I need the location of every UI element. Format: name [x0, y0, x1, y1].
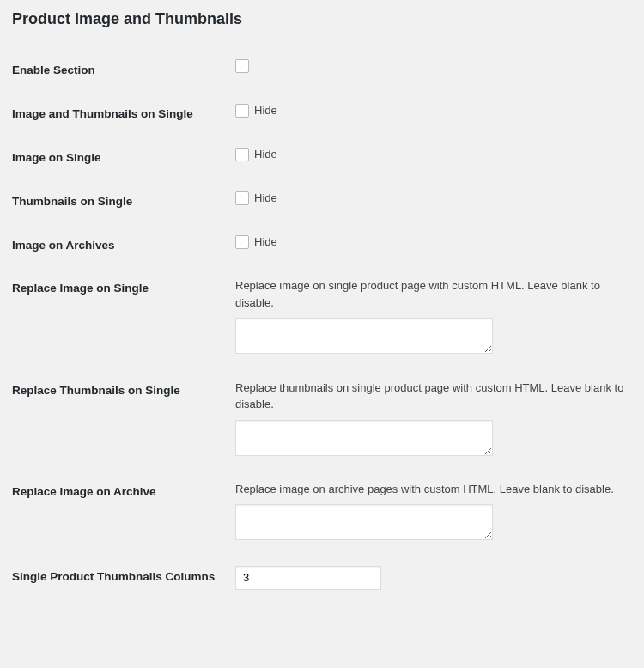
checkbox-text-image-archives: Hide	[254, 234, 277, 250]
desc-replace-thumbs-single: Replace thumbnails on single product pag…	[235, 380, 632, 413]
checkbox-text-image-thumbs-single: Hide	[254, 103, 277, 118]
checkbox-image-archives[interactable]	[235, 235, 249, 249]
label-image-thumbs-single: Image and Thumbnails on Single	[12, 93, 235, 137]
label-image-single: Image on Single	[12, 137, 235, 180]
desc-replace-image-archive: Replace image on archive pages with cust…	[235, 481, 632, 498]
desc-replace-image-single: Replace image on single product page wit…	[235, 277, 632, 311]
label-replace-thumbs-single: Replace Thumbnails on Single	[12, 369, 235, 471]
textarea-replace-thumbs-single[interactable]	[235, 420, 493, 456]
label-image-archives: Image on Archives	[12, 224, 235, 268]
section-title: Product Image and Thumbnails	[12, 10, 632, 28]
label-thumbs-single: Thumbnails on Single	[12, 180, 235, 224]
input-thumbs-columns[interactable]	[235, 566, 381, 590]
settings-table: Enable Section Image and Thumbnails on S…	[12, 49, 632, 600]
textarea-replace-image-archive[interactable]	[235, 504, 493, 540]
checkbox-image-thumbs-single[interactable]	[235, 104, 249, 118]
textarea-replace-image-single[interactable]	[235, 318, 493, 354]
label-replace-image-single: Replace Image on Single	[12, 267, 235, 368]
checkbox-text-thumbs-single: Hide	[254, 191, 277, 206]
checkbox-enable-section[interactable]	[235, 59, 249, 73]
label-thumbs-columns: Single Product Thumbnails Columns	[12, 556, 235, 600]
checkbox-thumbs-single[interactable]	[235, 191, 249, 205]
label-enable-section: Enable Section	[12, 49, 235, 93]
checkbox-image-single[interactable]	[235, 148, 249, 161]
label-replace-image-archive: Replace Image on Archive	[12, 471, 235, 556]
checkbox-text-image-single: Hide	[254, 147, 277, 162]
